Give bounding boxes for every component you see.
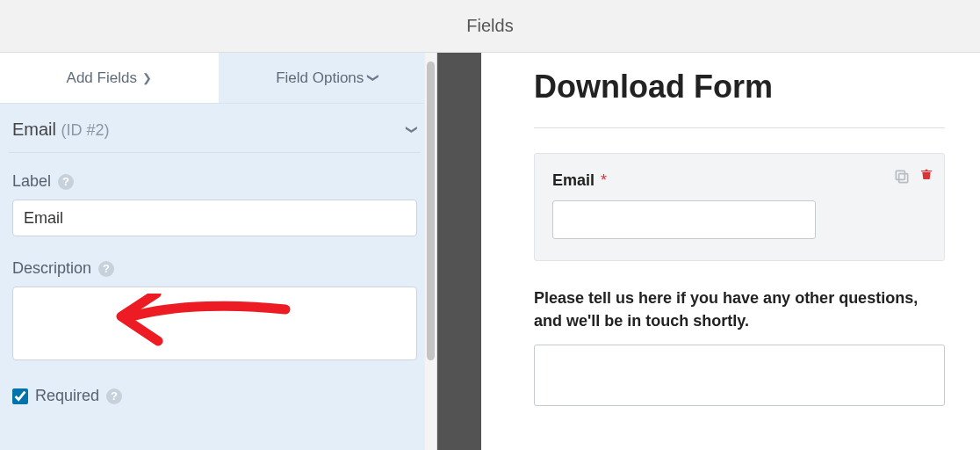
label-text: Label xyxy=(12,172,51,191)
field-name-text: Email xyxy=(12,120,56,139)
required-label: Required xyxy=(35,387,99,405)
main-area: Add Fields ❯ Field Options ❯ Email (ID #… xyxy=(0,53,980,450)
svg-rect-0 xyxy=(899,174,908,183)
field-id-text: (ID #2) xyxy=(61,121,110,139)
description-field-group: Description ? xyxy=(9,259,421,364)
field-options-panel: Add Fields ❯ Field Options ❯ Email (ID #… xyxy=(0,53,437,450)
required-asterisk: * xyxy=(601,171,607,189)
preview-gutter xyxy=(437,53,481,450)
form-preview: Download Form Email * Please tell u xyxy=(481,53,980,450)
preview-email-label-text: Email xyxy=(552,171,594,189)
chevron-down-icon: ❯ xyxy=(406,125,419,134)
field-name: Email (ID #2) xyxy=(12,120,110,140)
preview-email-field[interactable]: Email * xyxy=(534,153,945,261)
scrollbar-thumb[interactable] xyxy=(427,62,435,360)
chevron-down-icon: ❯ xyxy=(367,73,380,83)
tab-options-label: Field Options xyxy=(276,69,364,87)
preview-email-label: Email * xyxy=(552,171,926,190)
duplicate-icon[interactable] xyxy=(893,168,911,185)
help-icon[interactable]: ? xyxy=(106,388,122,404)
svg-rect-1 xyxy=(896,171,904,179)
field-section-header[interactable]: Email (ID #2) ❯ xyxy=(9,114,421,153)
help-icon[interactable]: ? xyxy=(58,174,74,190)
form-title: Download Form xyxy=(534,69,780,105)
label-row: Label ? xyxy=(12,172,417,191)
label-input[interactable] xyxy=(12,200,417,236)
scrollbar-track[interactable] xyxy=(424,53,436,450)
preview-email-input[interactable] xyxy=(552,200,816,239)
tab-field-options[interactable]: Field Options ❯ xyxy=(219,53,437,103)
panel-tabs: Add Fields ❯ Field Options ❯ xyxy=(0,53,436,104)
help-icon[interactable]: ? xyxy=(98,261,114,277)
preview-paragraph-label: Please tell us here if you have any othe… xyxy=(534,287,945,331)
preview-paragraph-input[interactable] xyxy=(534,345,945,406)
divider xyxy=(534,127,945,128)
tab-add-fields[interactable]: Add Fields ❯ xyxy=(0,53,219,103)
required-row: Required ? xyxy=(9,387,421,405)
label-field-group: Label ? xyxy=(9,172,421,236)
field-action-icons xyxy=(893,166,933,186)
description-label-text: Description xyxy=(12,259,91,278)
description-label-row: Description ? xyxy=(12,259,417,278)
page-header: Fields xyxy=(0,0,980,53)
description-input[interactable] xyxy=(12,287,417,360)
chevron-right-icon: ❯ xyxy=(142,71,152,84)
trash-icon[interactable] xyxy=(919,166,933,186)
tab-add-label: Add Fields xyxy=(67,69,137,87)
page-title: Fields xyxy=(466,16,513,36)
panel-body: Email (ID #2) ❯ Label ? Description ? xyxy=(0,104,436,405)
required-checkbox[interactable] xyxy=(12,388,28,404)
